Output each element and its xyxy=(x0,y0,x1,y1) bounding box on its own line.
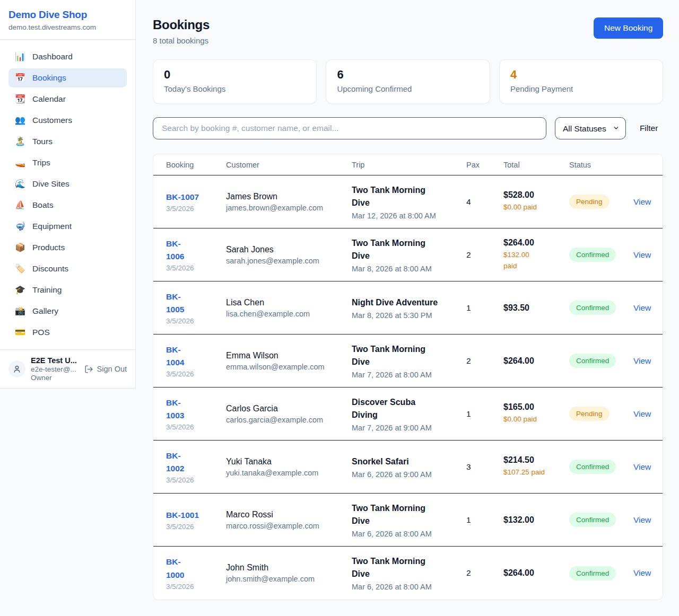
status-cell: Pending xyxy=(569,407,633,421)
brand-name: Demo Dive Shop xyxy=(8,9,127,21)
new-booking-button[interactable]: New Booking xyxy=(594,17,663,39)
stat-value: 6 xyxy=(337,68,478,82)
booking-ref-link[interactable]: BK- 1006 xyxy=(166,237,221,263)
customer-cell: Carlos Garcia carlos.garcia@example.com xyxy=(226,404,352,424)
main-content: Bookings 8 total bookings New Booking 0 … xyxy=(136,0,679,616)
total-amount: $264.00 xyxy=(503,238,564,248)
tours-icon: 🏝️ xyxy=(15,137,25,146)
paid-amount: $132.00 paid xyxy=(503,250,564,271)
trip-datetime: Mar 6, 2026 at 9:00 AM xyxy=(352,470,461,479)
sidebar-item-label: Dive Sites xyxy=(32,179,69,189)
view-link[interactable]: View xyxy=(633,356,651,365)
trip-cell: Two Tank Morning Dive Mar 7, 2026 at 8:0… xyxy=(352,343,466,379)
status-select[interactable]: All Statuses xyxy=(555,117,626,139)
booking-ref-link[interactable]: BK-1001 xyxy=(166,509,221,522)
booking-date: 3/5/2026 xyxy=(166,523,221,531)
trip-cell: Discover Scuba Diving Mar 7, 2026 at 9:0… xyxy=(352,396,466,432)
sidebar-item-dashboard[interactable]: 📊 Dashboard xyxy=(8,47,127,66)
sidebar-item-tours[interactable]: 🏝️ Tours xyxy=(8,132,127,151)
actions-cell: View xyxy=(633,409,656,419)
page-title-block: Bookings 8 total bookings xyxy=(153,17,210,45)
status-cell: Confirmed xyxy=(569,354,633,368)
sidebar-item-boats[interactable]: ⛵ Boats xyxy=(8,196,127,215)
sidebar-item-label: Gallery xyxy=(32,306,58,316)
booking-cell: BK-1001 3/5/2026 xyxy=(166,509,226,531)
user-role: Owner xyxy=(31,374,79,382)
status-cell: Confirmed xyxy=(569,301,633,315)
sidebar-item-customers[interactable]: 👥 Customers xyxy=(8,111,127,130)
column-header-status: Status xyxy=(569,161,633,169)
actions-cell: View xyxy=(633,250,656,260)
status-cell: Confirmed xyxy=(569,513,633,527)
view-link[interactable]: View xyxy=(633,197,651,206)
booking-ref-link[interactable]: BK- 1000 xyxy=(166,556,221,581)
booking-ref-link[interactable]: BK- 1004 xyxy=(166,344,221,369)
booking-ref-link[interactable]: BK-1007 xyxy=(166,191,221,204)
trip-datetime: Mar 7, 2026 at 8:00 AM xyxy=(352,371,461,379)
customer-email: john.smith@example.com xyxy=(226,575,346,583)
customer-cell: John Smith john.smith@example.com xyxy=(226,563,352,583)
trip-cell: Two Tank Morning Dive Mar 6, 2026 at 8:0… xyxy=(352,502,466,538)
booking-date: 3/5/2026 xyxy=(166,583,221,591)
filter-button[interactable]: Filter xyxy=(634,124,663,133)
pax-cell: 2 xyxy=(466,250,503,260)
customer-cell: Sarah Jones sarah.jones@example.com xyxy=(226,245,352,265)
table-row: BK-1001 3/5/2026 Marco Rossi marco.rossi… xyxy=(153,494,663,547)
customer-name: John Smith xyxy=(226,563,346,573)
sidebar-item-label: Calendar xyxy=(32,94,66,104)
view-link[interactable]: View xyxy=(633,250,651,259)
column-header-pax: Pax xyxy=(466,161,503,169)
sidebar-item-dive-sites[interactable]: 🌊 Dive Sites xyxy=(8,174,127,193)
view-link[interactable]: View xyxy=(633,568,651,577)
stat-label: Upcoming Confirmed xyxy=(337,84,478,93)
total-cell: $93.50 xyxy=(503,303,569,313)
sidebar-item-gallery[interactable]: 📸 Gallery xyxy=(8,302,127,321)
trip-cell: Two Tank Morning Dive Mar 12, 2026 at 8:… xyxy=(352,184,466,220)
view-link[interactable]: View xyxy=(633,409,651,418)
view-link[interactable]: View xyxy=(633,462,651,471)
customer-email: james.brown@example.com xyxy=(226,204,346,212)
sidebar-column: Demo Dive Shop demo.test.divestreams.com… xyxy=(0,0,136,616)
actions-cell: View xyxy=(633,303,656,313)
total-cell: $132.00 xyxy=(503,515,569,525)
dashboard-icon: 📊 xyxy=(15,52,25,61)
sidebar-item-pos[interactable]: 💳 POS xyxy=(8,323,127,342)
page-header: Bookings 8 total bookings New Booking xyxy=(153,17,663,45)
sidebar-item-training[interactable]: 🎓 Training xyxy=(8,280,127,300)
trip-cell: Night Dive Adventure Mar 8, 2026 at 5:30… xyxy=(352,296,466,320)
stat-value: 0 xyxy=(164,68,306,82)
trip-name: Night Dive Adventure xyxy=(352,296,461,309)
booking-ref-link[interactable]: BK- 1002 xyxy=(166,450,221,475)
total-cell: $528.00 $0.00 paid xyxy=(503,190,569,213)
pax-cell: 3 xyxy=(466,462,503,472)
sign-out-button[interactable]: Sign Out xyxy=(84,365,127,374)
booking-ref-link[interactable]: BK- 1005 xyxy=(166,291,221,316)
stat-label: Today's Bookings xyxy=(164,84,306,93)
user-meta: E2E Test U... e2e-tester@... Owner xyxy=(31,356,79,382)
sidebar-item-bookings[interactable]: 📅 Bookings xyxy=(8,68,127,87)
sidebar-item-calendar[interactable]: 📆 Calendar xyxy=(8,90,127,109)
trip-datetime: Mar 7, 2026 at 9:00 AM xyxy=(352,424,461,432)
customer-email: lisa.chen@example.com xyxy=(226,310,346,318)
customer-cell: Yuki Tanaka yuki.tanaka@example.com xyxy=(226,457,352,477)
view-link[interactable]: View xyxy=(633,515,651,524)
column-header-total: Total xyxy=(503,161,569,169)
booking-ref-link[interactable]: BK- 1003 xyxy=(166,397,221,422)
customer-name: Lisa Chen xyxy=(226,298,346,307)
discounts-icon: 🏷️ xyxy=(15,265,25,273)
stat-card: 4 Pending Payment xyxy=(499,59,663,104)
sidebar-item-products[interactable]: 📦 Products xyxy=(8,238,127,257)
sidebar-item-trips[interactable]: 🚤 Trips xyxy=(8,153,127,172)
user-name: E2E Test U... xyxy=(31,356,79,365)
customers-icon: 👥 xyxy=(15,116,25,125)
customer-email: marco.rossi@example.com xyxy=(226,522,346,530)
view-link[interactable]: View xyxy=(633,303,651,312)
dive-sites-icon: 🌊 xyxy=(15,180,25,188)
sidebar-item-label: Dashboard xyxy=(32,52,73,61)
pax-cell: 2 xyxy=(466,356,503,366)
sidebar-item-discounts[interactable]: 🏷️ Discounts xyxy=(8,259,127,278)
bookings-icon: 📅 xyxy=(15,74,25,82)
search-input[interactable] xyxy=(153,117,546,139)
sidebar-item-equipment[interactable]: 🤿 Equipment xyxy=(8,217,127,236)
status-badge: Confirmed xyxy=(569,301,616,315)
